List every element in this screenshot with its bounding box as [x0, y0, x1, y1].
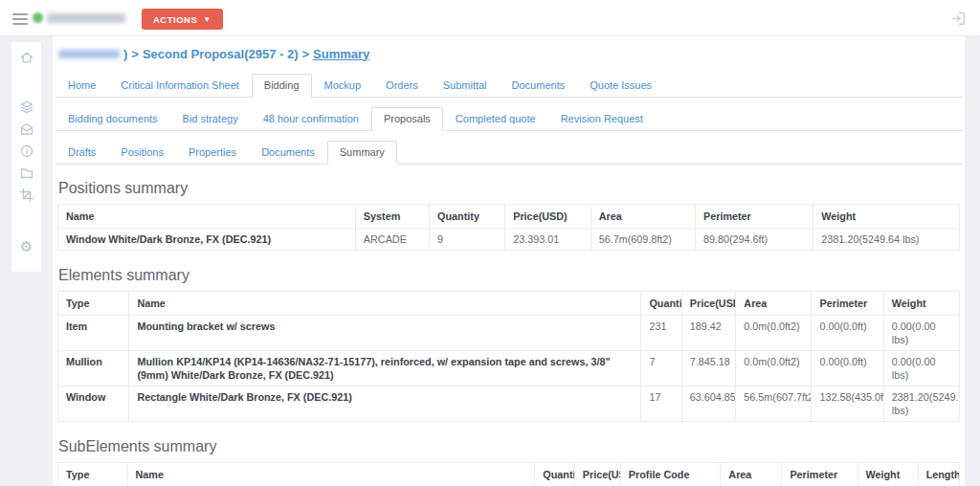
table-cell: 89.80(294.6ft): [695, 229, 813, 251]
redacted-logo-text: [47, 13, 125, 23]
column-header: Quantity: [641, 292, 681, 316]
table-cell: 132.58(435.0ft): [812, 387, 883, 422]
column-header: Area: [736, 292, 812, 316]
column-header: Quantity: [430, 205, 505, 229]
table-cell: Mounting bracket w/ screws: [129, 316, 641, 351]
subelements-summary-table: TypeNameQuantityPrice(USD)Profile CodeAr…: [57, 462, 960, 486]
breadcrumb-separator: >: [131, 47, 139, 61]
column-header: Price(USD): [574, 463, 620, 486]
tab-positions[interactable]: Positions: [108, 141, 176, 165]
crop-icon[interactable]: [19, 188, 34, 203]
table-cell: 7: [641, 351, 681, 387]
table-row: ItemMounting bracket w/ screws231189.420…: [58, 316, 960, 351]
sidebar: ⚙: [11, 42, 41, 272]
table-cell: 231: [641, 316, 681, 351]
tab-submittal[interactable]: Submittal: [431, 74, 500, 98]
home-icon[interactable]: [19, 50, 34, 65]
tab-proposals[interactable]: Proposals: [371, 107, 443, 131]
redacted-project-name: [58, 50, 120, 58]
table-cell: Rectangle White/Dark Bronze, FX (DEC.921…: [129, 387, 641, 422]
mail-icon[interactable]: [19, 122, 34, 137]
settings-icon[interactable]: ⚙: [19, 239, 34, 254]
column-header: Weight: [858, 463, 918, 486]
bidding-subtabs: Bidding documentsBid strategy48 hour con…: [56, 107, 963, 131]
tab-revision-request[interactable]: Revision Request: [548, 107, 656, 131]
table-cell: 56.5m(607.7ft2): [736, 387, 812, 422]
column-header: Weight: [883, 292, 959, 316]
table-cell: 0.00(0.0ft): [812, 316, 883, 351]
main-content: ) > Second Proposal(2957 - 2) > Summary …: [53, 36, 965, 486]
table-cell: 0.0m(0.0ft2): [736, 351, 812, 387]
tab-documents[interactable]: Documents: [249, 141, 327, 165]
table-cell: Item: [58, 316, 129, 351]
tab-drafts[interactable]: Drafts: [56, 141, 108, 165]
breadcrumb-suffix: ): [123, 47, 127, 61]
column-header: Area: [721, 463, 782, 486]
tab-documents[interactable]: Documents: [500, 74, 578, 98]
breadcrumb-current-link[interactable]: Summary: [313, 47, 369, 61]
tab-bidding-documents[interactable]: Bidding documents: [56, 107, 170, 131]
table-row: MullionMullion KP14/KP14 (KP14-14636/NA3…: [58, 351, 960, 387]
elements-summary-title: Elements summary: [58, 267, 963, 284]
column-header: Name: [127, 463, 535, 486]
table-row: Window White/Dark Bronze, FX (DEC.921)AR…: [58, 229, 960, 251]
column-header: System: [355, 205, 429, 229]
menu-icon[interactable]: [12, 13, 28, 28]
app-logo: [33, 12, 125, 23]
column-header: Profile Code: [620, 463, 721, 486]
column-header: Area: [590, 205, 695, 229]
column-header: Weight: [813, 205, 960, 229]
table-cell: 63.604.85: [681, 387, 736, 422]
subelements-summary-title: SubElements summary: [58, 438, 963, 455]
table-cell: 23.393.01: [505, 229, 590, 251]
table-cell: 2381.20(5249.64 lbs): [883, 387, 959, 422]
layers-icon[interactable]: [19, 99, 34, 115]
table-cell: 7.845.18: [681, 351, 736, 387]
column-header: Perimeter: [782, 463, 858, 486]
column-header: Name: [129, 292, 641, 316]
tab-bidding[interactable]: Bidding: [252, 74, 312, 98]
column-header: Price(USD): [505, 205, 590, 229]
column-header: Length: [918, 463, 959, 486]
table-cell: 2381.20(5249.64 lbs): [813, 229, 960, 251]
column-header: Perimeter: [812, 292, 883, 316]
tab-critical-information-sheet[interactable]: Critical Information Sheet: [108, 74, 252, 98]
chevron-down-icon: ▼: [203, 15, 211, 24]
table-cell: Mullion KP14/KP14 (KP14-14636/NA32-71-15…: [129, 351, 641, 387]
table-cell: 17: [641, 387, 681, 422]
column-header: Type: [58, 292, 129, 316]
column-header: Quantity: [535, 463, 574, 486]
actions-button-label: ACTIONS: [153, 14, 197, 25]
logout-icon[interactable]: [950, 11, 967, 31]
column-header: Price(USD): [681, 292, 736, 316]
tab-48-hour-confirmation[interactable]: 48 hour confirmation: [251, 107, 371, 131]
table-cell: 0.00(0.0ft): [812, 351, 883, 387]
table-cell: 0.00(0.00 lbs): [883, 316, 959, 351]
folder-icon[interactable]: [19, 166, 34, 181]
table-cell: 0.0m(0.0ft2): [736, 316, 812, 351]
breadcrumb: ) > Second Proposal(2957 - 2) > Summary: [58, 46, 963, 61]
actions-button[interactable]: ACTIONS ▼: [142, 9, 223, 30]
tab-home[interactable]: Home: [56, 74, 108, 98]
tab-mockup[interactable]: Mockup: [312, 74, 374, 98]
info-icon[interactable]: [19, 144, 34, 159]
table-cell: 0.00(0.00 lbs): [883, 351, 959, 387]
positions-summary-table: NameSystemQuantityPrice(USD)AreaPerimete…: [57, 204, 960, 251]
table-cell: 9: [430, 229, 505, 251]
tab-quote-issues[interactable]: Quote Issues: [577, 74, 664, 98]
tab-properties[interactable]: Properties: [176, 141, 249, 165]
proposal-subtabs: DraftsPositionsPropertiesDocumentsSummar…: [56, 141, 963, 165]
column-header: Type: [58, 463, 128, 486]
table-cell: Window: [58, 387, 129, 422]
tab-orders[interactable]: Orders: [373, 74, 431, 98]
table-row: WindowRectangle White/Dark Bronze, FX (D…: [58, 387, 960, 422]
tab-completed-quote[interactable]: Completed quote: [443, 107, 548, 131]
column-header: Name: [58, 205, 356, 229]
tab-summary[interactable]: Summary: [327, 141, 397, 165]
table-cell: Window White/Dark Bronze, FX (DEC.921): [58, 229, 356, 251]
breadcrumb-proposal-link[interactable]: Second Proposal(2957 - 2): [143, 47, 299, 61]
column-header: Perimeter: [695, 205, 813, 229]
logo-icon: [33, 12, 43, 23]
top-bar: ACTIONS ▼: [0, 0, 980, 36]
tab-bid-strategy[interactable]: Bid strategy: [170, 107, 251, 131]
